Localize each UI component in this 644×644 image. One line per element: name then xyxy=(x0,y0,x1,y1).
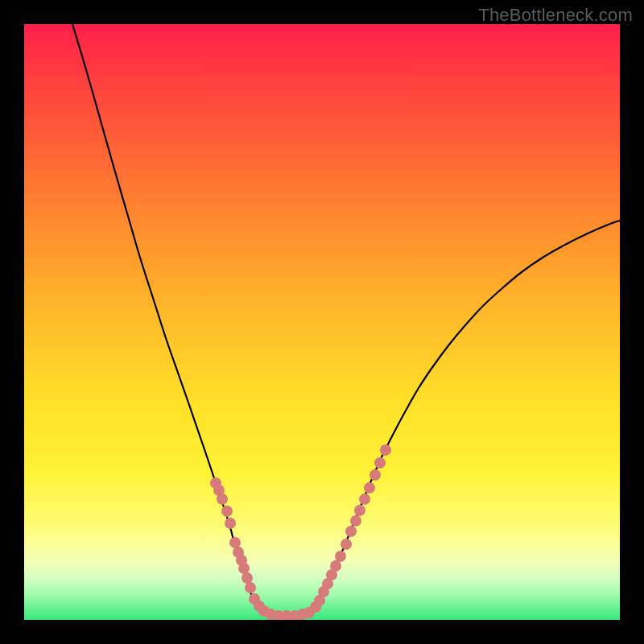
curve-layer xyxy=(24,24,620,620)
curve-path xyxy=(72,24,620,616)
plot-area xyxy=(24,24,620,620)
watermark-text: TheBottleneck.com xyxy=(478,5,633,26)
chart-stage: TheBottleneck.com xyxy=(0,0,644,644)
